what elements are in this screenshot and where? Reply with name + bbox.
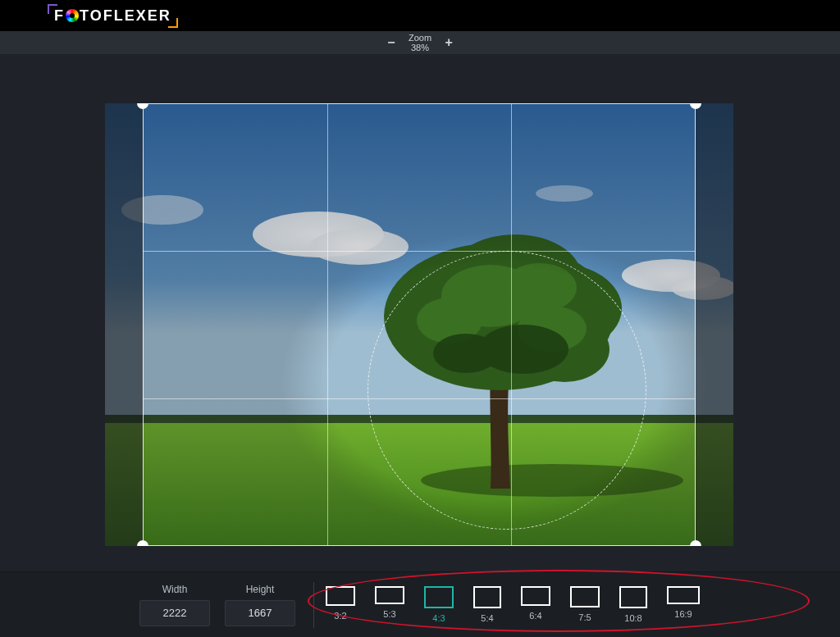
app-root: F TOFLEXER − Zoom 38% + <box>0 0 840 637</box>
crop-handle-bottom-left[interactable] <box>137 540 148 546</box>
aspect-ratio-10-8[interactable]: 10:8 <box>619 586 647 623</box>
aspect-ratio-7-5[interactable]: 7:5 <box>570 586 600 623</box>
ratio-label: 7:5 <box>578 612 591 622</box>
crop-grid-line <box>144 251 695 252</box>
crop-grid-line <box>327 104 328 545</box>
height-input[interactable] <box>225 600 295 626</box>
toolbar-divider <box>313 582 314 628</box>
height-label: Height <box>246 584 275 595</box>
width-field-group: Width <box>139 584 210 626</box>
aspect-ratio-16-9[interactable]: 16:9 <box>667 586 700 623</box>
ratio-label: 3:2 <box>334 611 346 621</box>
focus-circle[interactable] <box>368 251 646 530</box>
ratio-label: 5:4 <box>481 613 493 623</box>
logo[interactable]: F TOFLEXER <box>49 6 176 26</box>
width-label: Width <box>162 584 188 595</box>
canvas-area <box>0 54 840 571</box>
photo-canvas[interactable] <box>105 103 733 546</box>
ratio-label: 6:4 <box>529 611 541 621</box>
ratio-box-icon <box>473 586 501 608</box>
crop-toolbar: Width Height 3:25:34:35:46:47:510:816:9 <box>0 571 840 637</box>
height-field-group: Height <box>225 584 295 626</box>
aspect-ratio-row: 3:25:34:35:46:47:510:816:9 <box>326 586 700 623</box>
width-input[interactable] <box>139 600 210 626</box>
aspect-ratio-5-4[interactable]: 5:4 <box>473 586 501 623</box>
aspect-ratio-5-3[interactable]: 5:3 <box>375 586 404 623</box>
ratio-box-icon <box>667 586 700 604</box>
crop-dim-left <box>105 103 143 546</box>
ratio-box-icon <box>521 586 550 606</box>
ratio-label: 4:3 <box>432 613 445 623</box>
logo-bracket-icon <box>48 4 57 14</box>
app-header: F TOFLEXER <box>0 0 840 31</box>
logo-aperture-icon <box>66 9 79 22</box>
ratio-box-icon <box>424 586 454 608</box>
crop-dim-right <box>696 103 733 546</box>
zoom-in-button[interactable]: + <box>441 35 456 50</box>
ratio-box-icon <box>619 586 647 608</box>
aspect-ratio-3-2[interactable]: 3:2 <box>326 586 355 623</box>
ratio-label: 10:8 <box>624 613 641 623</box>
logo-bracket-icon <box>168 18 178 28</box>
aspect-ratio-4-3[interactable]: 4:3 <box>424 586 454 623</box>
ratio-label: 16:9 <box>674 609 692 619</box>
crop-handle-bottom-right[interactable] <box>690 540 701 546</box>
minus-icon: − <box>387 35 395 50</box>
zoom-bar: − Zoom 38% + <box>0 31 840 54</box>
zoom-value: 38% <box>409 43 431 52</box>
ratio-label: 5:3 <box>383 609 395 619</box>
ratio-box-icon <box>326 586 355 606</box>
logo-text-suffix: TOFLEXER <box>80 7 171 25</box>
zoom-label: Zoom <box>409 33 431 43</box>
ratio-box-icon <box>375 586 404 604</box>
zoom-readout: Zoom 38% <box>409 33 431 52</box>
aspect-ratio-6-4[interactable]: 6:4 <box>521 586 550 623</box>
zoom-out-button[interactable]: − <box>384 35 399 50</box>
plus-icon: + <box>445 35 452 50</box>
ratio-box-icon <box>570 586 600 607</box>
